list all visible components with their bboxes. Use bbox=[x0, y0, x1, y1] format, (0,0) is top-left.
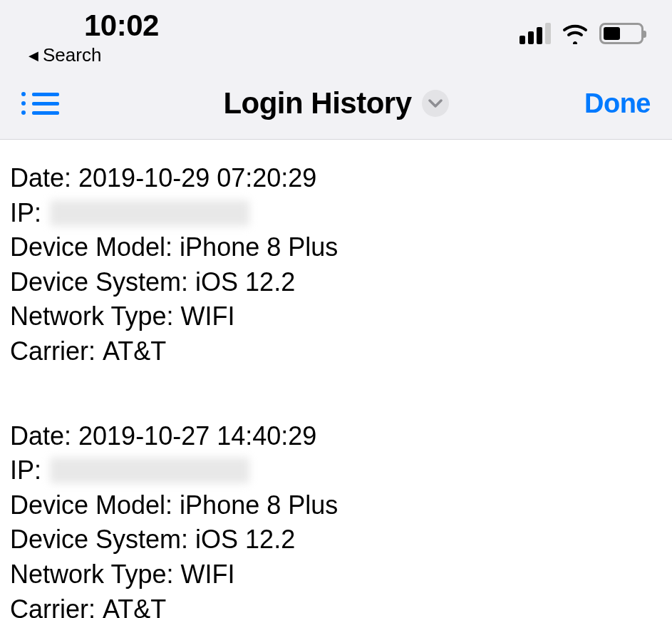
cellular-signal-icon bbox=[519, 23, 551, 44]
login-history-list: Date: 2019-10-29 07:20:29 IP: Device Mod… bbox=[0, 140, 672, 618]
entry-carrier: Carrier: AT&T bbox=[10, 592, 662, 618]
done-button[interactable]: Done bbox=[584, 88, 651, 118]
wifi-icon bbox=[561, 23, 589, 44]
entry-ip: IP: bbox=[10, 453, 662, 488]
value-network-type: WIFI bbox=[180, 557, 234, 592]
label-device-model: Device Model: bbox=[10, 230, 180, 265]
entry-network-type: Network Type: WIFI bbox=[10, 299, 662, 334]
status-time: 10:02 bbox=[84, 9, 159, 43]
page-title: Login History bbox=[223, 86, 411, 120]
value-ip-redacted bbox=[50, 458, 249, 483]
status-left: 10:02 ◀ Search bbox=[29, 9, 159, 66]
login-entry: Date: 2019-10-27 14:40:29 IP: Device Mod… bbox=[10, 419, 662, 618]
entry-device-model: Device Model: iPhone 8 Plus bbox=[10, 230, 662, 265]
entry-device-system: Device System: iOS 12.2 bbox=[10, 265, 662, 300]
entry-device-model: Device Model: iPhone 8 Plus bbox=[10, 488, 662, 523]
chevron-down-icon bbox=[428, 98, 443, 108]
back-arrow-icon: ◀ bbox=[29, 48, 38, 63]
value-device-model: iPhone 8 Plus bbox=[180, 488, 338, 523]
entry-date: Date: 2019-10-27 14:40:29 bbox=[10, 419, 662, 454]
value-carrier: AT&T bbox=[103, 592, 166, 618]
value-carrier: AT&T bbox=[103, 334, 166, 369]
value-device-system: iOS 12.2 bbox=[195, 522, 295, 557]
list-menu-icon[interactable] bbox=[21, 92, 107, 115]
label-ip: IP: bbox=[10, 453, 48, 488]
label-carrier: Carrier: bbox=[10, 334, 103, 369]
entry-network-type: Network Type: WIFI bbox=[10, 557, 662, 592]
nav-bar: Login History Done bbox=[0, 69, 672, 140]
label-device-model: Device Model: bbox=[10, 488, 180, 523]
value-device-system: iOS 12.2 bbox=[195, 265, 295, 300]
label-device-system: Device System: bbox=[10, 265, 195, 300]
status-bar: 10:02 ◀ Search bbox=[0, 0, 672, 69]
title-dropdown-button[interactable] bbox=[422, 90, 449, 117]
entry-ip: IP: bbox=[10, 196, 662, 231]
back-to-search[interactable]: ◀ Search bbox=[29, 44, 159, 66]
label-ip: IP: bbox=[10, 196, 48, 231]
back-label: Search bbox=[43, 44, 101, 66]
nav-right: Done bbox=[565, 88, 651, 119]
label-date: Date: bbox=[10, 161, 78, 196]
value-date: 2019-10-29 07:20:29 bbox=[78, 161, 316, 196]
value-device-model: iPhone 8 Plus bbox=[180, 230, 338, 265]
label-network-type: Network Type: bbox=[10, 557, 180, 592]
label-date: Date: bbox=[10, 419, 78, 454]
nav-center: Login History bbox=[107, 86, 565, 120]
battery-icon bbox=[599, 23, 643, 44]
label-carrier: Carrier: bbox=[10, 592, 103, 618]
value-network-type: WIFI bbox=[180, 299, 234, 334]
label-device-system: Device System: bbox=[10, 522, 195, 557]
entry-carrier: Carrier: AT&T bbox=[10, 334, 662, 369]
status-right bbox=[519, 23, 643, 44]
value-ip-redacted bbox=[50, 200, 249, 226]
entry-date: Date: 2019-10-29 07:20:29 bbox=[10, 161, 662, 196]
label-network-type: Network Type: bbox=[10, 299, 180, 334]
entry-device-system: Device System: iOS 12.2 bbox=[10, 522, 662, 557]
value-date: 2019-10-27 14:40:29 bbox=[78, 419, 316, 454]
login-entry: Date: 2019-10-29 07:20:29 IP: Device Mod… bbox=[10, 161, 662, 369]
nav-left bbox=[21, 92, 107, 115]
